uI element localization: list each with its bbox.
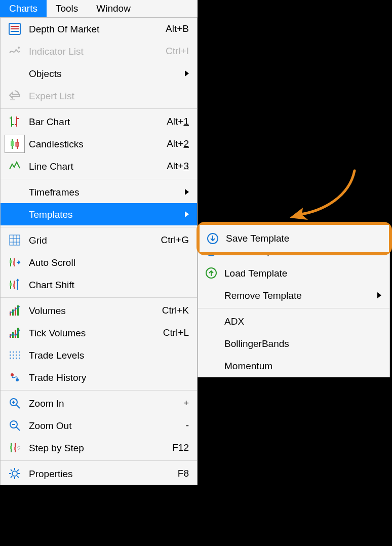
menu-shortcut: Ctrl+K: [162, 305, 189, 316]
menu-separator: [1, 179, 197, 179]
templates-dropdown: Save Template Load Template Remove Templ…: [198, 239, 390, 377]
annotation-arrow: [284, 168, 360, 223]
menu-shortcut: Ctrl+I: [166, 46, 189, 57]
menu-separator: [1, 108, 197, 109]
candlestick-icon: [9, 138, 21, 150]
menu-label: Grid: [29, 236, 161, 245]
menu-shortcut: Alt+1: [167, 116, 189, 127]
menu-zoom-out[interactable]: Zoom Out -: [1, 414, 197, 437]
menu-indicator-list: Indicator List Ctrl+I: [1, 40, 197, 62]
menu-template-adx[interactable]: ADX: [198, 310, 389, 332]
menu-label: Properties: [29, 469, 178, 479]
menu-label: Depth Of Market: [29, 24, 166, 34]
menu-label: Templates: [29, 210, 181, 219]
menubar-tools[interactable]: Tools: [47, 0, 87, 17]
menu-label: Indicator List: [29, 47, 166, 56]
menu-label: Timeframes: [29, 187, 181, 197]
menu-template-bollinger[interactable]: BollingerBands: [198, 332, 389, 355]
menu-label: Momentum: [224, 361, 381, 371]
menu-label: Zoom Out: [29, 421, 186, 431]
menu-volumes[interactable]: Volumes Ctrl+K: [1, 299, 197, 322]
menu-shortcut: -: [186, 420, 189, 431]
submenu-arrow-icon: [185, 70, 189, 76]
menu-shortcut: +: [183, 398, 189, 409]
menu-label: Chart Shift: [29, 280, 189, 290]
menu-label: Bar Chart: [29, 117, 167, 127]
trade-history-icon: [9, 371, 21, 383]
tick-volumes-icon: [9, 327, 21, 339]
bar-chart-icon: [9, 115, 21, 128]
trade-levels-icon: [9, 349, 21, 361]
menu-label: Line Chart: [29, 162, 167, 171]
menu-label: Volumes: [29, 306, 162, 316]
menu-label: Save Template: [224, 246, 381, 256]
chart-shift-icon: [9, 279, 21, 291]
menu-separator: [1, 227, 197, 227]
menu-trade-levels[interactable]: Trade Levels: [1, 344, 197, 366]
menu-trade-history[interactable]: Trade History: [1, 366, 197, 388]
menu-template-momentum[interactable]: Momentum: [198, 355, 389, 377]
menu-shortcut: F8: [178, 468, 189, 479]
menubar-charts[interactable]: Charts: [0, 0, 47, 17]
menu-separator: [1, 390, 197, 391]
expert-list-icon: [9, 90, 21, 102]
menu-label: Objects: [29, 69, 181, 79]
menu-expert-list: Expert List: [1, 85, 197, 107]
menu-load-template[interactable]: Load Template: [198, 262, 389, 284]
menu-bar-chart[interactable]: Bar Chart Alt+1: [1, 110, 197, 133]
menu-line-chart[interactable]: Line Chart Alt+3: [1, 155, 197, 177]
charts-dropdown: Depth Of Market Alt+B Indicator List Ctr…: [0, 17, 198, 485]
menubar: Charts Tools Window: [0, 0, 198, 18]
menu-label: Step by Step: [29, 443, 172, 453]
menu-chart-shift[interactable]: Chart Shift: [1, 274, 197, 296]
menu-remove-template[interactable]: Remove Template: [198, 284, 389, 306]
menu-candlesticks[interactable]: Candlesticks Alt+2: [1, 133, 197, 155]
menu-label: Load Template: [224, 268, 381, 278]
menu-separator: [1, 460, 197, 461]
menu-templates[interactable]: Templates: [1, 203, 197, 225]
menu-depth-of-market[interactable]: Depth Of Market Alt+B: [1, 18, 197, 40]
menu-shortcut: Alt+3: [167, 161, 189, 172]
menu-label: Trade Levels: [29, 350, 189, 360]
menu-label: Trade History: [29, 373, 189, 382]
menu-timeframes[interactable]: Timeframes: [1, 181, 197, 203]
menubar-window[interactable]: Window: [87, 0, 140, 17]
submenu-arrow-icon: [377, 292, 381, 298]
volumes-icon: [9, 304, 21, 317]
menu-separator: [1, 297, 197, 298]
menu-shortcut: Alt+B: [166, 23, 189, 34]
auto-scroll-icon: [9, 256, 21, 268]
menu-objects[interactable]: Objects: [1, 62, 197, 85]
menu-shortcut: Alt+2: [167, 138, 189, 149]
properties-icon: [9, 467, 21, 480]
menu-label: BollingerBands: [224, 339, 381, 348]
menu-properties[interactable]: Properties F8: [1, 462, 197, 485]
menu-tick-volumes[interactable]: Tick Volumes Ctrl+L: [1, 322, 197, 344]
menu-label: Auto Scroll: [29, 258, 189, 267]
menu-separator: [198, 308, 389, 308]
menu-label: Expert List: [29, 91, 189, 101]
save-template-icon: [205, 245, 217, 257]
menu-label: Candlesticks: [29, 139, 167, 149]
depth-icon: [9, 23, 21, 35]
menu-shortcut: F12: [172, 442, 189, 453]
grid-icon: [9, 234, 21, 246]
submenu-arrow-icon: [185, 189, 189, 195]
menu-auto-scroll[interactable]: Auto Scroll: [1, 251, 197, 274]
menu-label: Tick Volumes: [29, 328, 163, 338]
zoom-out-icon: [9, 419, 21, 432]
menu-grid[interactable]: Grid Ctrl+G: [1, 229, 197, 251]
menu-shortcut: Ctrl+L: [163, 327, 189, 338]
menu-shortcut: Ctrl+G: [161, 235, 189, 246]
menu-label: ADX: [224, 317, 381, 326]
load-template-icon: [205, 267, 217, 279]
menu-label: Zoom In: [29, 399, 183, 408]
menu-step-by-step[interactable]: Step by Step F12: [1, 437, 197, 459]
menu-zoom-in[interactable]: Zoom In +: [1, 392, 197, 414]
step-icon: [9, 442, 21, 454]
menu-save-template[interactable]: Save Template: [198, 240, 389, 262]
menu-label: Remove Template: [224, 291, 373, 300]
submenu-arrow-icon: [185, 211, 189, 217]
zoom-in-icon: [9, 397, 21, 409]
indicator-list-icon: [9, 45, 21, 57]
